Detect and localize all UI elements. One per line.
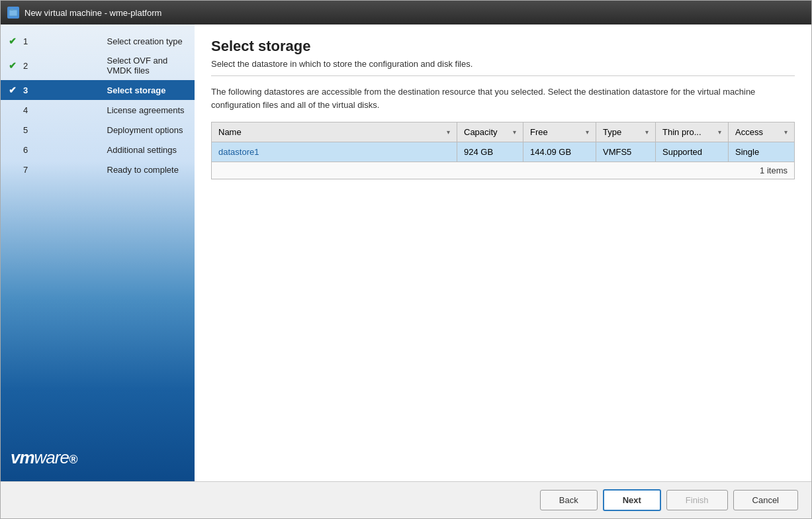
window-icon <box>7 7 19 19</box>
vmware-logo-text: vmware® <box>11 448 77 467</box>
col-type-chevron: ▾ <box>645 128 649 136</box>
sidebar-item-step1[interactable]: ✔ 1 Select creation type <box>1 31 195 51</box>
content-area: Select storage Select the datastore in w… <box>195 24 811 481</box>
footer: Back Next Finish Cancel <box>1 481 811 518</box>
page-subtitle: Select the datastore in which to store t… <box>211 59 795 69</box>
svg-rect-1 <box>11 9 13 11</box>
step3-text: Select storage <box>107 85 187 95</box>
col-name-label: Name <box>218 127 242 137</box>
step5-text: Deployment options <box>107 125 187 135</box>
check-icon-step3: ✔ <box>9 85 19 95</box>
col-free[interactable]: Free ▾ <box>523 122 596 142</box>
step7-label: 7 <box>23 165 103 175</box>
col-capacity-label: Capacity <box>464 127 498 137</box>
table-row[interactable]: datastore1 924 GB 144.09 GB VMFS5 Suppor… <box>212 142 795 162</box>
col-type-label: Type <box>603 127 621 137</box>
items-count: 1 items <box>211 162 795 179</box>
col-capacity[interactable]: Capacity ▾ <box>457 122 523 142</box>
sidebar-steps: ✔ 1 Select creation type ✔ 2 Select OVF … <box>1 24 195 434</box>
table-header-row: Name ▾ Capacity ▾ Free <box>212 122 795 142</box>
cell-thinpro: Supported <box>656 142 729 162</box>
sidebar-item-step6[interactable]: 6 Additional settings <box>1 140 195 160</box>
sidebar: ✔ 1 Select creation type ✔ 2 Select OVF … <box>1 24 195 481</box>
finish-button[interactable]: Finish <box>666 490 728 510</box>
col-name[interactable]: Name ▾ <box>212 122 457 142</box>
col-access-label: Access <box>735 127 763 137</box>
check-icon-step1: ✔ <box>9 36 19 46</box>
col-free-label: Free <box>530 127 548 137</box>
table-body: datastore1 924 GB 144.09 GB VMFS5 Suppor… <box>212 142 795 162</box>
cancel-button[interactable]: Cancel <box>733 490 798 510</box>
col-name-chevron: ▾ <box>447 128 450 136</box>
col-thinpro-label: Thin pro... <box>662 127 701 137</box>
step4-text: License agreements <box>107 105 187 115</box>
step4-label: 4 <box>23 105 103 115</box>
window-title: New virtual machine - wme-platform <box>24 8 161 18</box>
col-thinpro[interactable]: Thin pro... ▾ <box>656 122 729 142</box>
spacer-step7 <box>9 164 19 175</box>
step2-label: 2 <box>23 61 103 71</box>
col-access[interactable]: Access ▾ <box>729 122 795 142</box>
step1-label: 1 <box>23 36 103 46</box>
page-title: Select storage <box>211 38 795 55</box>
spacer-step6 <box>9 144 19 155</box>
table-header: Name ▾ Capacity ▾ Free <box>212 122 795 142</box>
col-thinpro-chevron: ▾ <box>718 128 721 136</box>
cell-name: datastore1 <box>212 142 457 162</box>
spacer-step4 <box>9 105 19 115</box>
svg-rect-0 <box>9 10 17 16</box>
cell-access: Single <box>729 142 795 162</box>
col-capacity-chevron: ▾ <box>513 128 516 136</box>
cell-capacity: 924 GB <box>457 142 523 162</box>
spacer-step5 <box>9 124 19 135</box>
datastore-table: Name ▾ Capacity ▾ Free <box>211 122 795 162</box>
col-free-chevron: ▾ <box>586 128 589 136</box>
sidebar-item-step7[interactable]: 7 Ready to complete <box>1 160 195 179</box>
step7-text: Ready to complete <box>107 165 187 175</box>
sidebar-item-step3[interactable]: ✔ 3 Select storage <box>1 80 195 100</box>
step5-label: 5 <box>23 125 103 135</box>
sidebar-item-step5[interactable]: 5 Deployment options <box>1 120 195 140</box>
step3-label: 3 <box>23 85 103 95</box>
page-description: The following datastores are accessible … <box>211 85 795 111</box>
divider <box>211 75 795 76</box>
next-button[interactable]: Next <box>603 489 661 511</box>
step6-label: 6 <box>23 145 103 155</box>
vmware-logo: vmware® <box>1 434 195 481</box>
main-area: ✔ 1 Select creation type ✔ 2 Select OVF … <box>1 24 811 481</box>
step6-text: Additional settings <box>107 145 187 155</box>
title-bar: New virtual machine - wme-platform <box>1 1 811 24</box>
cell-type: VMFS5 <box>596 142 656 162</box>
back-button[interactable]: Back <box>540 490 598 510</box>
col-access-chevron: ▾ <box>784 128 788 136</box>
sidebar-item-step2[interactable]: ✔ 2 Select OVF and VMDK files <box>1 51 195 80</box>
step1-text: Select creation type <box>107 36 187 46</box>
step2-text: Select OVF and VMDK files <box>107 56 187 75</box>
check-icon-step2: ✔ <box>9 60 19 71</box>
col-type[interactable]: Type ▾ <box>596 122 656 142</box>
sidebar-item-step4[interactable]: 4 License agreements <box>1 100 195 120</box>
main-window: New virtual machine - wme-platform ✔ 1 S… <box>0 0 812 519</box>
cell-free: 144.09 GB <box>523 142 596 162</box>
